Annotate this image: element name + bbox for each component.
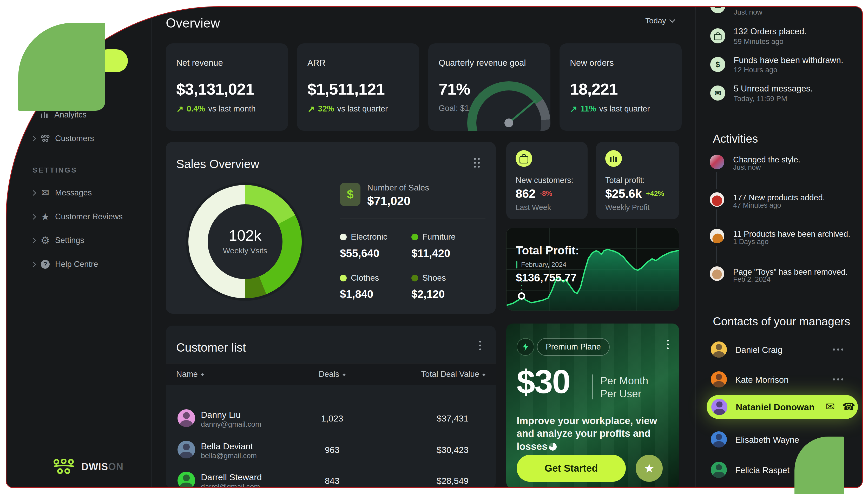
dashboard-window: Analyitcs Customers SETTINGS ✉ Messages … xyxy=(6,6,863,488)
customer-deals: 1,023 xyxy=(311,414,353,423)
pie-chart-icon xyxy=(549,443,557,451)
gear-icon: ⚙ xyxy=(40,235,51,246)
contact-row-highlighted[interactable]: Nataniel Donowan ✉ ☎ xyxy=(707,395,858,419)
avatar xyxy=(711,341,727,358)
legend-item-furniture: Furniture xyxy=(411,232,456,242)
card-title: Customer list xyxy=(176,340,246,355)
price-per-user: Per User xyxy=(600,388,641,400)
more-menu-icon[interactable] xyxy=(833,348,835,350)
legend-value: $55,640 xyxy=(340,247,380,260)
page-title: Overview xyxy=(166,16,220,31)
star-icon: ★ xyxy=(40,211,51,222)
rightbar-divider xyxy=(695,7,696,487)
chevron-down-icon xyxy=(670,17,675,23)
customer-email: danny@gmail.com xyxy=(201,420,261,429)
kebab-menu-icon[interactable] xyxy=(478,339,483,352)
app-logo: DWISON xyxy=(53,459,123,475)
sidebar-item-settings[interactable]: ⚙ Settings xyxy=(32,234,146,247)
sidebar-item-customers[interactable]: Customers xyxy=(32,132,146,145)
phone-icon[interactable]: ☎ xyxy=(842,401,855,413)
avatar xyxy=(177,441,195,458)
customer-deal-value: $28,549 xyxy=(437,476,468,486)
mini-value: $25.6k xyxy=(605,187,642,201)
stat-card-quarterly-goal: Quarterly revenue goal 71% Goal: $1,1M xyxy=(428,43,551,131)
chart-title: Total Profit: xyxy=(516,244,579,257)
activity-time: 1 Days ago xyxy=(733,238,769,246)
logo-text: DWIS xyxy=(81,461,108,472)
sidebar-item-customer-reviews[interactable]: ★ Customer Reviews xyxy=(32,210,146,224)
notification-time: Just now xyxy=(734,8,763,16)
grid-menu-icon[interactable] xyxy=(472,156,481,169)
chevron-right-icon xyxy=(31,136,36,141)
activity-time: Feb 2, 2024 xyxy=(733,276,771,284)
number-of-sales-label: Number of Sales xyxy=(367,183,429,193)
lightning-icon xyxy=(517,338,534,356)
customer-email: bella@gmail.com xyxy=(201,452,257,460)
price-per-month: Per Month xyxy=(600,375,649,387)
customer-deal-value: $37,431 xyxy=(437,414,468,423)
column-header-name[interactable]: Name xyxy=(176,364,204,385)
chevron-right-icon xyxy=(31,262,36,267)
mini-sub: Weekly Profit xyxy=(605,203,650,212)
mail-icon[interactable]: ✉ xyxy=(826,400,835,413)
sidebar-item-messages[interactable]: ✉ Messages xyxy=(32,186,146,200)
bag-icon xyxy=(516,150,532,167)
sidebar-section-settings: SETTINGS xyxy=(33,166,77,174)
timeline-connector xyxy=(716,172,717,189)
star-button[interactable]: ★ xyxy=(636,455,663,482)
legend-value: $11,420 xyxy=(411,247,450,260)
trend-up-icon: ↗ xyxy=(570,104,577,114)
sort-icon xyxy=(201,372,204,378)
legend-item-shoes: Shoes xyxy=(411,273,446,283)
notification-icon: ✉ xyxy=(710,6,725,13)
legend-dot xyxy=(411,234,418,240)
profit-area-chart xyxy=(506,228,679,311)
notification-title: 5 Unread messages. xyxy=(734,84,813,94)
sort-icon xyxy=(482,372,485,378)
decorative-green-square-top-left xyxy=(18,23,105,111)
activity-thumbnail xyxy=(710,192,724,207)
notification-title: Funds have been withdrawn. xyxy=(734,55,843,65)
new-customers-card: New customers: 862 -8% Last Week xyxy=(506,142,587,219)
donut-center-label: Weekly Vsits xyxy=(188,246,302,255)
total-profit-chart-card: Total Profit: February, 2024 $136,755.77 xyxy=(506,228,679,311)
sidebar-item-help-centre[interactable]: ? Help Centre xyxy=(32,258,146,271)
star-icon: ★ xyxy=(644,461,654,475)
notification-title: 132 Orders placed. xyxy=(734,26,807,36)
get-started-button[interactable]: Get Started xyxy=(517,455,626,482)
customer-name: Darrell Steward xyxy=(201,472,262,482)
customer-list-card: Customer list Name Deals Total Deal Valu… xyxy=(166,326,496,488)
customer-email: darrel@gmail.com xyxy=(201,482,260,488)
activities-title: Activities xyxy=(713,132,758,145)
kebab-menu-icon[interactable] xyxy=(665,338,670,351)
date-range-dropdown[interactable]: Today xyxy=(612,16,674,25)
premium-badge: Premium Plane xyxy=(537,338,610,356)
more-menu-icon[interactable] xyxy=(833,378,835,380)
money-icon: $ xyxy=(710,57,725,72)
legend-dot xyxy=(340,234,347,240)
sidebar-item-label: Settings xyxy=(55,236,84,245)
notification-time: 12 Hours ago xyxy=(734,66,777,74)
column-header-deals[interactable]: Deals xyxy=(311,364,353,385)
column-header-total-deal-value[interactable]: Total Deal Value xyxy=(421,364,485,385)
sidebar-item-label: Customer Reviews xyxy=(55,212,123,222)
notification-time: 59 Minutes ago xyxy=(734,37,783,46)
sidebar-item-label: Analyitcs xyxy=(54,110,86,119)
contact-name: Felicia Raspet xyxy=(735,466,790,475)
divider xyxy=(592,375,593,399)
legend-item-clothes: Clothes xyxy=(340,273,379,283)
activity-title: Changed the style. xyxy=(733,155,801,165)
bar-chart-icon xyxy=(39,110,50,120)
mini-label: New customers: xyxy=(516,176,573,185)
envelope-icon: ✉ xyxy=(40,188,51,198)
goal-gauge-chart xyxy=(467,81,551,131)
notification-time: Today, 11:59 PM xyxy=(734,95,787,103)
sidebar-item-label: Messages xyxy=(55,188,92,197)
premium-description: Improve your workplace, view and analyze… xyxy=(517,415,668,453)
card-title: Sales Overview xyxy=(176,157,259,171)
activity-thumbnail xyxy=(710,229,724,243)
avatar xyxy=(711,462,727,478)
activity-title: 177 New products added. xyxy=(733,193,825,203)
activity-time: Just now xyxy=(733,164,761,172)
trend-up-icon: ↗ xyxy=(307,104,315,114)
